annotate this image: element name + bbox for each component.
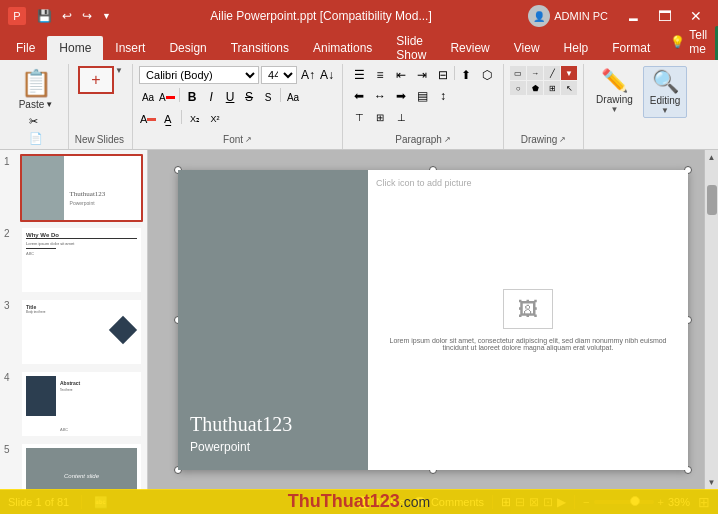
slide-canvas[interactable]: 1 Thuthuat123 Powerpoint Click icon to a… xyxy=(178,170,688,470)
font-dialog-icon[interactable]: ↗ xyxy=(245,135,252,144)
shape-circle[interactable]: ○ xyxy=(510,81,526,95)
font-size-select[interactable]: 44 xyxy=(261,66,297,84)
tab-file[interactable]: File xyxy=(4,36,47,60)
align-right-button[interactable]: ➡ xyxy=(391,87,411,105)
numbered-list-button[interactable]: ≡ xyxy=(370,66,390,84)
select-button[interactable]: ↖ xyxy=(561,81,577,95)
image-icon-placeholder[interactable]: 🖼 xyxy=(503,289,553,329)
decrease-font-button[interactable]: A↓ xyxy=(318,66,336,84)
scroll-thumb-v[interactable] xyxy=(707,185,717,215)
tab-insert[interactable]: Insert xyxy=(103,36,157,60)
slide-num-2: 2 xyxy=(4,226,16,239)
scroll-down-arrow[interactable]: ▼ xyxy=(708,475,716,490)
scroll-up-arrow[interactable]: ▲ xyxy=(708,150,716,165)
italic-button[interactable]: I xyxy=(202,88,220,106)
drawing-dialog-icon[interactable]: ↗ xyxy=(559,135,566,144)
slide-subtitle: Powerpoint xyxy=(190,440,356,454)
align-top-button[interactable]: ⊤ xyxy=(349,108,369,126)
editing-button[interactable]: 🔍 Editing ▼ xyxy=(643,66,688,118)
text-direction-button[interactable]: ⬆ xyxy=(456,66,476,84)
undo-icon[interactable]: ↩ xyxy=(59,7,75,25)
font-case-button[interactable]: Aa xyxy=(284,88,302,106)
more-shapes-button[interactable]: ▼ xyxy=(561,66,577,80)
align-bottom-button[interactable]: ⊥ xyxy=(391,108,411,126)
slide-img-2[interactable]: Why We Do Lorem ipsum dolor sit amet ABC xyxy=(20,226,143,294)
app-icon: P xyxy=(8,7,26,25)
tab-home[interactable]: Home xyxy=(47,36,103,60)
font-color-row: A A̲ X₂ X² xyxy=(139,110,224,128)
slide-right-section: Click icon to add picture 🖼 Lorem ipsum … xyxy=(368,170,688,470)
font-a-button[interactable]: A xyxy=(139,110,157,128)
font-family-select[interactable]: Calibri (Body) xyxy=(139,66,259,84)
increase-indent-button[interactable]: ⇥ xyxy=(412,66,432,84)
title-bar-left: P 💾 ↩ ↪ ▼ xyxy=(8,7,114,25)
minimize-button[interactable]: 🗕 xyxy=(618,6,648,26)
shape-arrow[interactable]: → xyxy=(527,66,543,80)
align-center-button[interactable]: ↔ xyxy=(370,87,390,105)
save-icon[interactable]: 💾 xyxy=(34,7,55,25)
maximize-button[interactable]: 🗖 xyxy=(650,6,680,26)
decrease-indent-button[interactable]: ⇤ xyxy=(391,66,411,84)
shape-rect[interactable]: ▭ xyxy=(510,66,526,80)
username: ADMIN PC xyxy=(554,10,608,22)
slide-thumb-4[interactable]: 4 Abstract Text here ABC xyxy=(4,370,143,438)
cut-button[interactable]: ✂ xyxy=(26,114,46,129)
editing-icon: 🔍 xyxy=(652,69,679,95)
tab-help[interactable]: Help xyxy=(552,36,601,60)
clipboard-group: 📋 Paste▼ ✂ 📄 🖌 Clipboard ↗ xyxy=(4,64,69,149)
bold-button[interactable]: B xyxy=(183,88,201,106)
underline-button[interactable]: U xyxy=(221,88,239,106)
superscript-button[interactable]: X² xyxy=(206,110,224,128)
strikethrough-button[interactable]: S xyxy=(240,88,258,106)
paragraph-dialog-icon[interactable]: ↗ xyxy=(444,135,451,144)
subscript-button[interactable]: X₂ xyxy=(186,110,204,128)
columns-button[interactable]: ⊟ xyxy=(433,66,453,84)
drawing-icon: ✏️ xyxy=(601,68,628,94)
font-color-button[interactable]: A xyxy=(158,88,176,106)
editing-label-btn: Editing xyxy=(650,95,681,106)
watermark: ThuThuat123.com xyxy=(0,489,718,514)
list-row: ☰ ≡ ⇤ ⇥ ⊟ ⬆ ⬡ xyxy=(349,66,497,84)
slide-img-3[interactable]: Title Body text here xyxy=(20,298,143,366)
copy-button[interactable]: 📄 xyxy=(26,131,46,146)
tab-review[interactable]: Review xyxy=(438,36,501,60)
font-highlight-button[interactable]: A̲ xyxy=(159,110,177,128)
tab-animations[interactable]: Animations xyxy=(301,36,384,60)
shape-callout[interactable]: ⬟ xyxy=(527,81,543,95)
tab-format[interactable]: Format xyxy=(600,36,662,60)
drawing-button[interactable]: ✏️ Drawing ▼ xyxy=(590,66,639,116)
slide-img-5[interactable]: Content slide xyxy=(20,442,143,490)
line-spacing-button[interactable]: ↕ xyxy=(433,87,453,105)
text-shadow-button[interactable]: S xyxy=(259,88,277,106)
increase-font-button[interactable]: A↑ xyxy=(299,66,317,84)
redo-icon[interactable]: ↪ xyxy=(79,7,95,25)
new-slide-icon: + xyxy=(78,66,114,94)
align-middle-button[interactable]: ⊞ xyxy=(370,108,390,126)
slide-thumb-2[interactable]: 2 Why We Do Lorem ipsum dolor sit amet A… xyxy=(4,226,143,294)
new-slide-dropdown[interactable]: ▼ xyxy=(115,66,123,75)
tab-transitions[interactable]: Transitions xyxy=(219,36,301,60)
paste-button[interactable]: 📋 Paste▼ xyxy=(15,66,58,112)
justify-button[interactable]: ▤ xyxy=(412,87,432,105)
slide-thumb-1[interactable]: 1 Thuthuat123 Powerpoint xyxy=(4,154,143,222)
tab-slideshow[interactable]: Slide Show xyxy=(384,36,438,60)
tab-view[interactable]: View xyxy=(502,36,552,60)
slide-thumb-3[interactable]: 3 Title Body text here xyxy=(4,298,143,366)
vertical-scrollbar[interactable]: ▲ ▼ xyxy=(704,150,718,490)
slide-body: Lorem ipsum dolor sit amet, consectetur … xyxy=(368,337,688,351)
convert-smartart-button[interactable]: ⬡ xyxy=(477,66,497,84)
arrange-button[interactable]: ⊞ xyxy=(544,81,560,95)
slide-num-4: 4 xyxy=(4,370,16,383)
customize-icon[interactable]: ▼ xyxy=(99,9,114,23)
bullet-list-button[interactable]: ☰ xyxy=(349,66,369,84)
clear-format-button[interactable]: Aa xyxy=(139,88,157,106)
slide-img-1[interactable]: Thuthuat123 Powerpoint xyxy=(20,154,143,222)
slide-img-4[interactable]: Abstract Text here ABC xyxy=(20,370,143,438)
quick-access-toolbar: 💾 ↩ ↪ ▼ xyxy=(34,7,114,25)
shape-line[interactable]: ╱ xyxy=(544,66,560,80)
tell-me-label[interactable]: Tell me xyxy=(689,28,707,56)
slide-thumb-5[interactable]: 5 Content slide xyxy=(4,442,143,490)
align-left-button[interactable]: ⬅ xyxy=(349,87,369,105)
tab-design[interactable]: Design xyxy=(157,36,218,60)
close-button[interactable]: ✕ xyxy=(682,6,710,26)
